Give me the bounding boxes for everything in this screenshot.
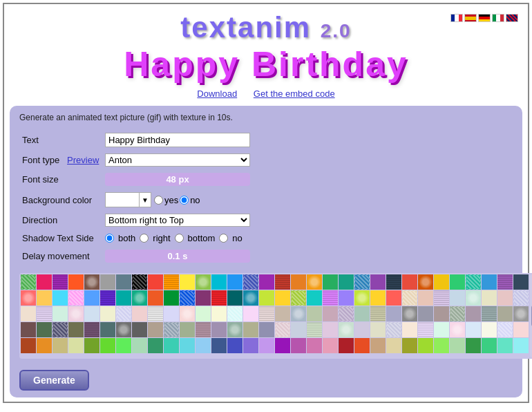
texture-cell[interactable] xyxy=(307,290,322,306)
texture-cell[interactable] xyxy=(323,274,338,290)
texture-cell[interactable] xyxy=(100,274,115,290)
texture-cell[interactable] xyxy=(497,338,513,353)
texture-cell[interactable] xyxy=(68,322,84,337)
texture-cell[interactable] xyxy=(132,306,147,321)
texture-cell[interactable] xyxy=(482,322,497,337)
texture-cell[interactable] xyxy=(450,306,465,321)
texture-cell[interactable] xyxy=(386,306,401,321)
texture-cell[interactable] xyxy=(243,274,258,290)
texture-cell[interactable] xyxy=(386,322,401,337)
texture-cell[interactable] xyxy=(418,322,433,337)
texture-cell[interactable] xyxy=(339,290,354,306)
download-link[interactable]: Download xyxy=(197,88,237,99)
texture-cell[interactable] xyxy=(466,290,481,306)
texture-cell[interactable] xyxy=(497,274,513,290)
texture-cell[interactable] xyxy=(116,338,131,353)
texture-cell[interactable] xyxy=(354,290,370,306)
texture-cell[interactable] xyxy=(402,306,417,321)
texture-cell[interactable] xyxy=(116,274,131,290)
texture-cell[interactable] xyxy=(196,290,211,306)
texture-cell[interactable] xyxy=(402,322,417,337)
texture-cell[interactable] xyxy=(434,322,449,337)
texture-cell[interactable] xyxy=(275,306,290,321)
texture-cell[interactable] xyxy=(418,306,433,321)
texture-cell[interactable] xyxy=(513,322,529,337)
texture-cell[interactable] xyxy=(418,338,433,353)
texture-cell[interactable] xyxy=(21,290,36,306)
texture-cell[interactable] xyxy=(386,338,401,353)
texture-cell[interactable] xyxy=(21,274,36,290)
texture-cell[interactable] xyxy=(21,338,36,353)
texture-cell[interactable] xyxy=(450,338,465,353)
texture-cell[interactable] xyxy=(307,322,322,337)
texture-cell[interactable] xyxy=(116,306,131,321)
texture-cell[interactable] xyxy=(434,306,449,321)
flag-fr[interactable] xyxy=(450,14,463,22)
texture-cell[interactable] xyxy=(275,322,290,337)
texture-cell[interactable] xyxy=(307,274,322,290)
texture-cell[interactable] xyxy=(434,274,449,290)
flag-de[interactable] xyxy=(478,14,491,22)
texture-cell[interactable] xyxy=(227,274,243,290)
texture-cell[interactable] xyxy=(275,338,290,353)
flag-es[interactable] xyxy=(464,14,477,22)
generate-button[interactable]: Generate xyxy=(19,370,89,391)
texture-cell[interactable] xyxy=(100,322,115,337)
texture-cell[interactable] xyxy=(227,290,243,306)
shadow-right-radio[interactable] xyxy=(140,234,149,243)
texture-cell[interactable] xyxy=(227,338,243,353)
texture-cell[interactable] xyxy=(323,306,338,321)
delay-bar[interactable]: 0.1 s xyxy=(105,250,250,263)
texture-cell[interactable] xyxy=(180,274,195,290)
texture-cell[interactable] xyxy=(180,290,195,306)
texture-cell[interactable] xyxy=(100,306,115,321)
texture-cell[interactable] xyxy=(211,274,227,290)
texture-cell[interactable] xyxy=(339,274,354,290)
texture-cell[interactable] xyxy=(211,290,227,306)
texture-cell[interactable] xyxy=(418,274,433,290)
texture-cell[interactable] xyxy=(466,274,481,290)
texture-cell[interactable] xyxy=(402,338,417,353)
texture-cell[interactable] xyxy=(68,306,84,321)
texture-cell[interactable] xyxy=(291,338,306,353)
texture-cell[interactable] xyxy=(227,306,243,321)
font-select[interactable]: Anton Arial Times New Roman Verdana xyxy=(105,153,250,167)
texture-cell[interactable] xyxy=(259,322,274,337)
texture-cell[interactable] xyxy=(259,274,274,290)
texture-cell[interactable] xyxy=(370,306,386,321)
texture-cell[interactable] xyxy=(497,306,513,321)
texture-cell[interactable] xyxy=(482,306,497,321)
texture-cell[interactable] xyxy=(100,290,115,306)
texture-cell[interactable] xyxy=(84,274,99,290)
texture-cell[interactable] xyxy=(148,322,163,337)
texture-cell[interactable] xyxy=(497,290,513,306)
texture-cell[interactable] xyxy=(21,306,36,321)
text-input[interactable] xyxy=(105,133,250,147)
texture-cell[interactable] xyxy=(211,306,227,321)
texture-cell[interactable] xyxy=(275,290,290,306)
texture-cell[interactable] xyxy=(466,322,481,337)
texture-cell[interactable] xyxy=(402,274,417,290)
texture-cell[interactable] xyxy=(68,338,84,353)
texture-cell[interactable] xyxy=(116,290,131,306)
texture-cell[interactable] xyxy=(211,338,227,353)
texture-cell[interactable] xyxy=(53,306,68,321)
texture-cell[interactable] xyxy=(132,322,147,337)
texture-cell[interactable] xyxy=(37,274,52,290)
texture-cell[interactable] xyxy=(307,306,322,321)
texture-cell[interactable] xyxy=(84,290,99,306)
font-size-bar[interactable]: 48 px xyxy=(105,173,250,186)
texture-cell[interactable] xyxy=(402,290,417,306)
texture-cell[interactable] xyxy=(164,306,179,321)
texture-cell[interactable] xyxy=(164,274,179,290)
texture-cell[interactable] xyxy=(323,338,338,353)
texture-cell[interactable] xyxy=(259,338,274,353)
texture-cell[interactable] xyxy=(243,306,258,321)
font-preview-link[interactable]: Preview xyxy=(67,155,99,165)
texture-cell[interactable] xyxy=(180,322,195,337)
texture-cell[interactable] xyxy=(53,290,68,306)
texture-cell[interactable] xyxy=(53,274,68,290)
texture-cell[interactable] xyxy=(370,290,386,306)
texture-cell[interactable] xyxy=(37,290,52,306)
texture-cell[interactable] xyxy=(148,290,163,306)
